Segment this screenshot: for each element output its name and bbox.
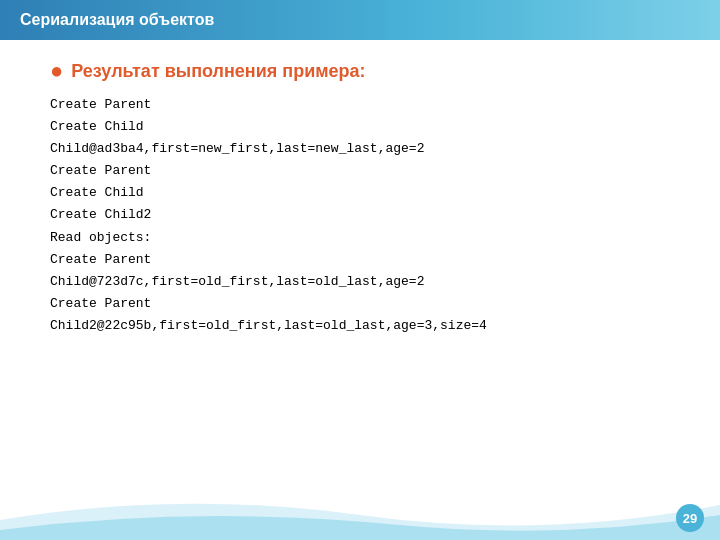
code-line-9: Child@723d7c,first=old_first,last=old_la… <box>50 271 690 293</box>
code-line-2: Create Child <box>50 116 690 138</box>
code-line-8: Create Parent <box>50 249 690 271</box>
result-heading: Результат выполнения примера: <box>71 61 365 82</box>
slide-title: Сериализация объектов <box>20 11 214 29</box>
page-number-circle: 29 <box>676 504 704 532</box>
bullet-icon: ● <box>50 60 63 82</box>
code-line-3: Child@ad3ba4,first=new_first,last=new_la… <box>50 138 690 160</box>
code-line-11: Child2@22c95b,first=old_first,last=old_l… <box>50 315 690 337</box>
code-line-6: Create Child2 <box>50 204 690 226</box>
result-heading-row: ● Результат выполнения примера: <box>50 60 690 82</box>
slide-header: Сериализация объектов <box>0 0 720 40</box>
code-line-7: Read objects: <box>50 227 690 249</box>
code-line-4: Create Parent <box>50 160 690 182</box>
code-output: Create Parent Create Child Child@ad3ba4,… <box>50 94 690 337</box>
code-line-10: Create Parent <box>50 293 690 315</box>
page-number: 29 <box>683 511 697 526</box>
code-line-5: Create Child <box>50 182 690 204</box>
slide-content: ● Результат выполнения примера: Create P… <box>0 40 720 500</box>
page-number-area: 29 <box>676 504 704 532</box>
code-line-1: Create Parent <box>50 94 690 116</box>
